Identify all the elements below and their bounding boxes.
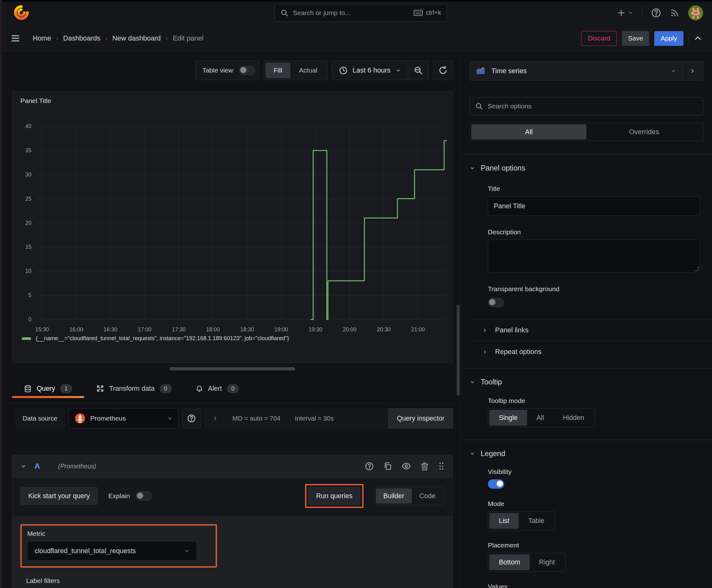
panel-links-label: Panel links [495, 326, 528, 334]
label-filters-section: Label filters Select label = [26, 577, 440, 588]
panel-options-header[interactable]: Panel options [461, 154, 712, 172]
add-menu-button[interactable] [617, 8, 633, 17]
tab-all[interactable]: All [471, 124, 586, 140]
tooltip-single-option[interactable]: Single [490, 410, 527, 426]
panel-links-row[interactable]: Panel links [482, 319, 712, 341]
timeseries-chart[interactable]: 051015202530354015:3016:0016:3017:0017:3… [12, 110, 453, 333]
mode-table-option[interactable]: Table [519, 513, 554, 529]
legend-visibility-option: Visibility [488, 468, 700, 489]
transform-icon [96, 384, 104, 393]
collapse-chevron-icon[interactable] [20, 463, 26, 469]
panel-options-sidebar: Time series Search options All Overrides… [461, 51, 712, 588]
run-queries-button[interactable]: Run queries [308, 487, 360, 505]
tooltip-mode-label: Tooltip mode [488, 397, 700, 404]
tab-query[interactable]: Query 1 [12, 378, 84, 399]
news-rss-icon[interactable] [670, 8, 679, 18]
placement-right-option[interactable]: Right [530, 554, 564, 570]
repeat-options-row[interactable]: Repeat options [482, 341, 712, 362]
breadcrumb-home[interactable]: Home [33, 34, 51, 42]
chevron-up-icon[interactable] [694, 34, 702, 42]
tab-overrides[interactable]: Overrides [586, 124, 702, 140]
apply-button[interactable]: Apply [654, 31, 684, 46]
actual-option[interactable]: Actual [291, 63, 326, 78]
placement-bottom-option[interactable]: Bottom [490, 554, 530, 570]
legend-series-label[interactable]: {__name__="cloudflared_tunnel_total_requ… [36, 335, 289, 342]
tab-transform-data[interactable]: Transform data 0 [84, 378, 184, 399]
trash-icon[interactable] [420, 462, 429, 470]
tab-transform-label: Transform data [109, 385, 155, 393]
tab-query-label: Query [37, 385, 55, 393]
tab-alert[interactable]: Alert 0 [184, 378, 251, 399]
breadcrumb: Home › Dashboards › New dashboard › Edit… [33, 34, 203, 42]
builder-option[interactable]: Builder [376, 488, 412, 504]
database-icon [24, 385, 32, 393]
query-row-header[interactable]: A (Prometheus) [12, 455, 453, 478]
title-option-label: Title [488, 185, 700, 192]
legend-visibility-toggle[interactable] [488, 479, 504, 489]
pane-resize-handle[interactable] [170, 367, 295, 370]
transparent-background-toggle[interactable] [488, 298, 504, 307]
breadcrumb-new-dashboard[interactable]: New dashboard [112, 34, 161, 42]
panel-options-title: Panel options [481, 164, 525, 172]
max-data-points: MD = auto = 704 [233, 415, 281, 422]
code-option[interactable]: Code [412, 488, 443, 504]
visualization-picker[interactable]: Time series [470, 61, 682, 81]
panel-title[interactable]: Panel Title [20, 97, 51, 105]
explain-label: Explain [108, 492, 130, 500]
save-button[interactable]: Save [622, 31, 649, 46]
chevron-down-icon [628, 10, 633, 15]
svg-text:25: 25 [25, 196, 31, 202]
eye-icon[interactable] [402, 461, 411, 471]
tabs-divider [0, 403, 460, 403]
zoom-out-time-button[interactable] [408, 61, 428, 80]
grafana-logo-icon[interactable] [14, 5, 29, 21]
svg-text:19:30: 19:30 [308, 327, 322, 333]
help-icon[interactable] [651, 8, 661, 18]
window-left-edge [0, 0, 2, 588]
transform-count-badge: 0 [160, 384, 172, 393]
description-textarea[interactable] [488, 240, 700, 273]
menu-hamburger-icon[interactable] [10, 34, 21, 43]
legend-header[interactable]: Legend [461, 440, 712, 458]
editor-tabs: Query 1 Transform data 0 Alert 0 [12, 378, 251, 399]
datasource-picker[interactable]: Prometheus [69, 408, 179, 428]
edit-actions: Discard Save Apply [581, 31, 702, 46]
plus-icon [617, 8, 626, 17]
table-view-toggle[interactable] [239, 66, 255, 75]
explain-toggle[interactable] [136, 491, 152, 501]
metric-select[interactable]: cloudflared_tunnel_total_requests [27, 541, 197, 561]
content-scrollbar[interactable] [457, 305, 459, 396]
help-icon[interactable] [365, 462, 374, 471]
kick-start-query-button[interactable]: Kick start your query [20, 487, 98, 505]
tooltip-header[interactable]: Tooltip [461, 369, 712, 386]
mode-list-option[interactable]: List [490, 513, 519, 529]
search-icon [280, 9, 288, 17]
fill-option[interactable]: Fill [265, 63, 290, 78]
refresh-button[interactable] [433, 61, 453, 80]
chevron-down-icon [470, 166, 475, 171]
discard-button[interactable]: Discard [581, 31, 617, 46]
panel-title-input[interactable] [488, 196, 700, 216]
datasource-help-button[interactable] [182, 408, 201, 428]
drag-handle-icon[interactable] [438, 462, 445, 470]
legend-series-swatch[interactable] [22, 337, 31, 340]
duplicate-icon[interactable] [383, 462, 392, 470]
chart-legend: {__name__="cloudflared_tunnel_total_requ… [22, 335, 289, 342]
chevron-down-icon [470, 451, 475, 456]
panel-preview: Panel Title 051015202530354015:3016:0016… [12, 91, 453, 363]
toggle-options-pane-button[interactable] [682, 61, 703, 81]
zoom-out-icon [413, 66, 423, 75]
query-options-summary: MD = auto = 704 Interval = 30s Query ins… [204, 408, 453, 428]
datasource-row: Data source Prometheus MD = auto = 704 I… [15, 408, 453, 428]
svg-text:19:00: 19:00 [274, 327, 288, 333]
tooltip-all-option[interactable]: All [527, 410, 554, 426]
chevron-right-icon[interactable] [213, 416, 218, 421]
tooltip-hidden-option[interactable]: Hidden [554, 410, 594, 426]
user-avatar[interactable] [688, 5, 703, 20]
global-search-input[interactable]: Search or jump to... ctrl+k [274, 4, 447, 22]
options-search[interactable]: Search options [470, 97, 703, 115]
query-inspector-button[interactable]: Query inspector [388, 408, 453, 428]
svg-text:35: 35 [25, 147, 31, 153]
breadcrumb-dashboards[interactable]: Dashboards [63, 34, 101, 42]
time-range-picker[interactable]: Last 6 hours [332, 66, 408, 75]
